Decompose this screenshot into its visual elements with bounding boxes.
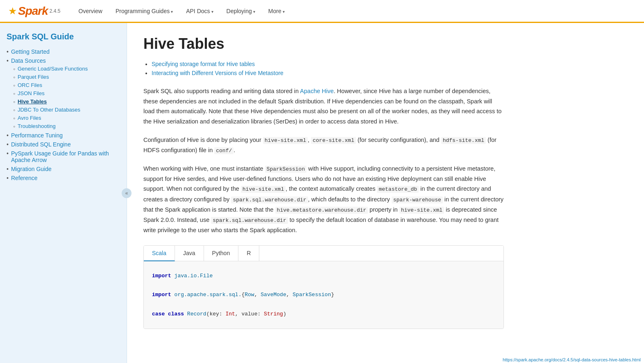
- code-line-2: import org.apache.spark.sql.{Row, SaveMo…: [152, 290, 495, 299]
- sidebar-link-getting-started[interactable]: Getting Started: [7, 48, 120, 55]
- code-sql-warehouse: spark.sql.warehouse.dir: [211, 217, 288, 224]
- code-metastore-warehouse: hive.metastore.warehouse.dir: [275, 207, 368, 214]
- logo-version: 2.4.5: [50, 8, 61, 14]
- tab-bar: Scala Java Python R: [144, 246, 503, 261]
- sidebar-item-pyspark[interactable]: PySpark Usage Guide for Pandas with Apac…: [7, 150, 120, 163]
- sidebar-sub-item-generic[interactable]: Generic Load/Save Functions: [13, 66, 120, 72]
- sidebar-link-parquet[interactable]: Parquet Files: [18, 74, 49, 80]
- code-hive-site-3: hive-site.xml: [399, 207, 444, 214]
- sidebar-link-pyspark[interactable]: PySpark Usage Guide for Pandas with Apac…: [7, 150, 120, 163]
- sidebar-sub-item-orc[interactable]: ORC Files: [13, 82, 120, 89]
- code-hive-site-2: hive-site.xml: [241, 186, 286, 193]
- code-line-1: import java.io.File: [152, 271, 495, 281]
- sidebar-link-distributed-sql[interactable]: Distributed SQL Engine: [7, 141, 120, 148]
- keyword-import: import: [152, 273, 171, 279]
- sidebar-sub-item-json[interactable]: JSON Files: [13, 90, 120, 97]
- chevron-down-icon: ▾: [283, 9, 285, 14]
- class-record: Record: [187, 311, 206, 317]
- code-core-site: core-site.xml: [311, 137, 356, 144]
- code-conf: conf/: [214, 147, 234, 154]
- logo[interactable]: ★ Spark 2.4.5: [8, 5, 61, 18]
- spark-star-icon: ★: [8, 5, 17, 17]
- tab-scala[interactable]: Scala: [144, 246, 175, 261]
- code-warehouse-dir: spark.sql.warehouse.dir: [231, 196, 308, 203]
- import-path-2: org.apache.spark.sql.: [171, 292, 242, 298]
- code-sparksession: SparkSession: [265, 166, 307, 173]
- toc-link-specifying[interactable]: Specifying storage format for Hive table…: [152, 61, 255, 67]
- table-of-contents: Specifying storage format for Hive table…: [143, 61, 504, 76]
- page-title: Hive Tables: [143, 35, 504, 53]
- import-path-1: java.io.File: [171, 273, 213, 279]
- code-line-3: case class Record(key: Int, value: Strin…: [152, 309, 495, 319]
- code-metastore-db: metastore_db: [377, 186, 419, 193]
- sidebar-sub-item-parquet[interactable]: Parquet Files: [13, 74, 120, 80]
- logo-text: Spark: [18, 5, 48, 18]
- code-spark-warehouse: spark-warehouse: [392, 196, 443, 203]
- paragraph-2: Configuration of Hive is done by placing…: [143, 135, 504, 155]
- toc-item-interacting[interactable]: Interacting with Different Versions of H…: [152, 70, 504, 76]
- sidebar-link-json[interactable]: JSON Files: [18, 90, 45, 96]
- top-navigation: ★ Spark 2.4.5 Overview Programming Guide…: [0, 0, 644, 23]
- sidebar-link-migration[interactable]: Migration Guide: [7, 166, 120, 172]
- main-layout: Spark SQL Guide Getting Started Data Sou…: [0, 23, 644, 363]
- sidebar-sub-item-jdbc[interactable]: JDBC To Other Databases: [13, 107, 120, 113]
- type-int: Int: [225, 311, 235, 317]
- main-content: Hive Tables Specifying storage format fo…: [127, 23, 520, 363]
- brace-close: }: [331, 292, 334, 298]
- sidebar-link-jdbc[interactable]: JDBC To Other Databases: [18, 107, 80, 113]
- nav-programming-guides[interactable]: Programming Guides▾: [110, 5, 179, 18]
- sidebar-sub-item-troubleshooting[interactable]: Troubleshooting: [13, 123, 120, 130]
- keyword-import-2: import: [152, 292, 171, 298]
- tab-r[interactable]: R: [238, 246, 259, 261]
- sidebar-link-avro[interactable]: Avro Files: [18, 115, 41, 121]
- sidebar-link-generic[interactable]: Generic Load/Save Functions: [18, 66, 88, 72]
- code-hive-site: hive-site.xml: [263, 137, 308, 144]
- sidebar-item-migration[interactable]: Migration Guide: [7, 166, 120, 172]
- nav-overview[interactable]: Overview: [73, 5, 108, 18]
- sidebar-link-data-sources[interactable]: Data Sources: [7, 57, 120, 64]
- sidebar-nav: Getting Started Data Sources Generic Loa…: [7, 48, 120, 181]
- code-block-scala: import java.io.File import org.apache.sp…: [144, 261, 503, 329]
- sidebar-collapse-button[interactable]: «: [122, 188, 132, 198]
- sidebar-link-performance[interactable]: Performance Tuning: [7, 132, 120, 139]
- nav-items: Overview Programming Guides▾ API Docs▾ D…: [73, 5, 290, 18]
- sidebar-item-distributed-sql[interactable]: Distributed SQL Engine: [7, 141, 120, 148]
- class-savemode: SaveMode: [261, 292, 286, 298]
- keyword-case: case: [152, 311, 168, 317]
- tab-java[interactable]: Java: [175, 246, 204, 261]
- chevron-down-icon: ▾: [211, 9, 213, 14]
- sidebar-item-reference[interactable]: Reference: [7, 175, 120, 181]
- sidebar-sub-item-avro[interactable]: Avro Files: [13, 115, 120, 121]
- sidebar-link-orc[interactable]: ORC Files: [18, 82, 42, 88]
- chevron-down-icon: ▾: [253, 9, 255, 14]
- toc-item-specifying[interactable]: Specifying storage format for Hive table…: [152, 61, 504, 67]
- status-bar-url[interactable]: https://spark.apache.org/docs/2.4.5/sql-…: [499, 356, 644, 363]
- toc-link-interacting[interactable]: Interacting with Different Versions of H…: [152, 70, 283, 76]
- keyword-class: class: [168, 311, 187, 317]
- paragraph-3: When working with Hive, one must instant…: [143, 164, 504, 235]
- sidebar-link-hive[interactable]: Hive Tables: [18, 98, 47, 105]
- paragraph-1: Spark SQL also supports reading and writ…: [143, 86, 504, 127]
- nav-api-docs[interactable]: API Docs▾: [180, 5, 219, 18]
- sidebar-sub-item-hive[interactable]: Hive Tables: [13, 98, 120, 105]
- code-line-blank: [152, 281, 495, 290]
- code-tabs-container: Scala Java Python R import java.io.File …: [143, 245, 504, 329]
- tab-python[interactable]: Python: [204, 246, 239, 261]
- sidebar-sub-data-sources: Generic Load/Save Functions Parquet File…: [13, 66, 120, 130]
- sidebar-link-reference[interactable]: Reference: [7, 175, 120, 181]
- param-open: (key:: [206, 311, 226, 317]
- param-close: ): [283, 311, 286, 317]
- type-string: String: [264, 311, 283, 317]
- nav-more[interactable]: More▾: [263, 5, 290, 18]
- sidebar-link-troubleshooting[interactable]: Troubleshooting: [18, 123, 56, 129]
- apache-hive-link[interactable]: Apache Hive: [300, 88, 333, 94]
- class-row: Row: [245, 292, 254, 298]
- sidebar-item-data-sources: Data Sources Generic Load/Save Functions…: [7, 57, 120, 130]
- code-line-blank-2: [152, 300, 495, 309]
- nav-deploying[interactable]: Deploying▾: [221, 5, 261, 18]
- class-sparksession: SparkSession: [293, 292, 331, 298]
- sidebar-item-getting-started[interactable]: Getting Started: [7, 48, 120, 55]
- param-comma: , value:: [235, 311, 264, 317]
- code-hdfs-site: hdfs-site.xml: [441, 137, 486, 144]
- sidebar-item-performance[interactable]: Performance Tuning: [7, 132, 120, 139]
